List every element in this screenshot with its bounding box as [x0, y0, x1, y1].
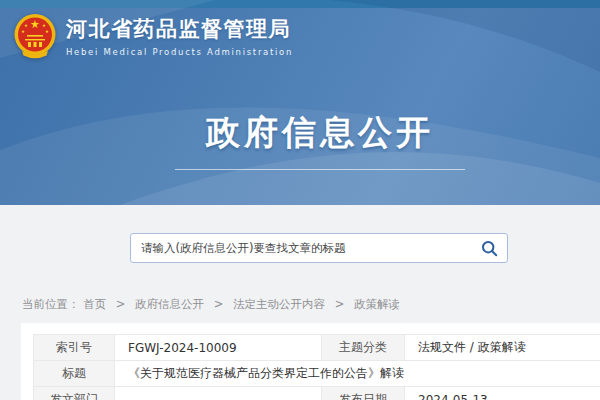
table-row: 索引号 FGWJ-2024-10009 主题分类 法规文件 / 政策解读 — [34, 335, 600, 361]
field-value-topic-category: 法规文件 / 政策解读 — [405, 335, 600, 361]
breadcrumb-separator: > — [116, 297, 126, 311]
site-brand: ★ ★ ★ ★ ★ 河北省药品监督管理局 Hebei Medical Produ… — [13, 13, 293, 59]
org-name-zh: 河北省药品监督管理局 — [66, 15, 293, 43]
field-value-publish-date: 2024-05-13 — [405, 387, 600, 400]
svg-text:★: ★ — [24, 23, 28, 28]
breadcrumb-separator: > — [214, 297, 224, 311]
table-row: 发文部门 发布日期 2024-05-13 — [34, 387, 600, 400]
breadcrumb-link-info-disclosure[interactable]: 政府信息公开 — [135, 297, 204, 311]
field-value-issuing-department — [115, 387, 322, 400]
breadcrumb: 当前位置： 首页 > 政府信息公开 > 法定主动公开内容 > 政策解读 — [22, 297, 600, 312]
breadcrumb-link-statutory-disclosure[interactable]: 法定主动公开内容 — [233, 297, 325, 311]
svg-text:★: ★ — [30, 18, 40, 31]
field-label-title: 标题 — [34, 361, 115, 387]
search-input[interactable] — [131, 234, 471, 262]
site-header: ★ ★ ★ ★ ★ 河北省药品监督管理局 Hebei Medical Produ… — [0, 0, 600, 205]
field-value-index-number: FGWJ-2024-10009 — [115, 335, 322, 361]
document-info-table: 索引号 FGWJ-2024-10009 主题分类 法规文件 / 政策解读 标题 … — [33, 334, 600, 400]
table-row: 标题 《关于规范医疗器械产品分类界定工作的公告》解读 — [34, 361, 600, 387]
banner-heading: 政府信息公开 — [175, 110, 465, 170]
breadcrumb-current-policy-interpretation: 政策解读 — [354, 297, 400, 311]
svg-text:★: ★ — [21, 29, 25, 34]
search-button[interactable] — [471, 234, 507, 262]
china-national-emblem-icon: ★ ★ ★ ★ ★ — [13, 13, 57, 59]
breadcrumb-separator: > — [335, 297, 345, 311]
field-label-issuing-department: 发文部门 — [34, 387, 115, 400]
breadcrumb-link-home[interactable]: 首页 — [83, 297, 106, 311]
document-info-card: 索引号 FGWJ-2024-10009 主题分类 法规文件 / 政策解读 标题 … — [21, 323, 600, 400]
search-icon — [481, 240, 498, 257]
org-name-block: 河北省药品监督管理局 Hebei Medical Products Admini… — [66, 15, 293, 57]
search-section: 当前位置： 首页 > 政府信息公开 > 法定主动公开内容 > 政策解读 — [0, 205, 600, 312]
field-value-title: 《关于规范医疗器械产品分类界定工作的公告》解读 — [115, 361, 600, 387]
svg-text:★: ★ — [42, 23, 46, 28]
banner-underline — [175, 169, 465, 170]
field-label-publish-date: 发布日期 — [322, 387, 405, 400]
banner-title: 政府信息公开 — [175, 110, 465, 156]
org-name-en: Hebei Medical Products Administration — [66, 47, 293, 57]
breadcrumb-label: 当前位置： — [22, 297, 80, 311]
search-box — [130, 233, 508, 263]
svg-text:★: ★ — [45, 29, 49, 34]
field-label-topic-category: 主题分类 — [322, 335, 405, 361]
field-label-index-number: 索引号 — [34, 335, 115, 361]
